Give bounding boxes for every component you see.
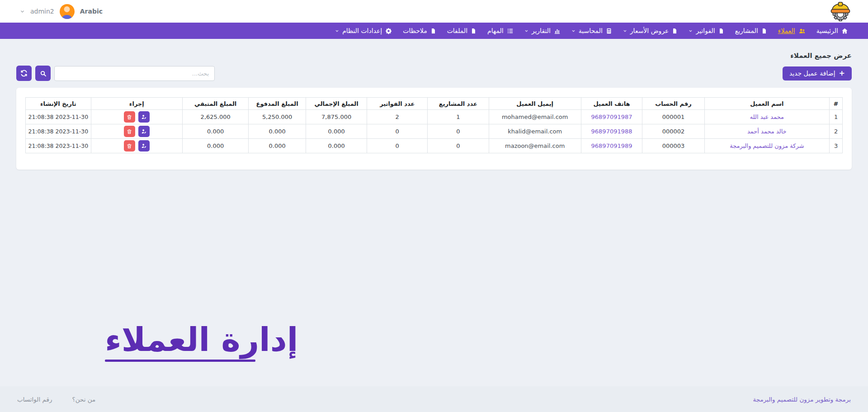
user-edit-icon: [141, 143, 147, 149]
chevron-down-icon[interactable]: [20, 9, 25, 14]
file-icon: [672, 28, 678, 34]
user-edit-icon: [141, 128, 147, 134]
delete-customer-button[interactable]: [124, 111, 135, 123]
search-button[interactable]: [35, 66, 51, 81]
app-logo-icon: [830, 1, 851, 21]
search-group: [16, 66, 215, 81]
gear-icon: [385, 28, 392, 34]
top-header: Arabic admin2: [0, 0, 868, 23]
user-cluster: Arabic admin2: [20, 4, 103, 19]
email-value: mazoon@email.com: [489, 139, 581, 153]
nav-label: إعدادات النظام: [342, 27, 382, 34]
calculator-icon: [606, 28, 612, 34]
col-projects-count: عدد المشاريع: [428, 98, 489, 110]
customer-name-link[interactable]: محمد عبد الله: [704, 110, 829, 124]
footer-whatsapp-link[interactable]: رقم الواتساب: [17, 396, 52, 403]
account-number: 000003: [642, 139, 704, 153]
page-footer: برمجة وتطوير مزون للتصميم والبرمجة من نح…: [0, 386, 868, 412]
chevron-down-icon: [623, 29, 627, 33]
brand-watermark-text: إدارة العملاء: [105, 322, 298, 358]
col-action: إجراء: [91, 98, 182, 110]
nav-item-projects[interactable]: المشاريع: [731, 23, 772, 39]
row-index: 3: [830, 139, 843, 153]
row-index: 2: [830, 124, 843, 139]
controls-row: + إضافة عميل جديد: [16, 66, 852, 81]
refresh-button[interactable]: [16, 66, 32, 81]
nav-label: عروض الأسعار: [630, 27, 669, 34]
username-label[interactable]: admin2: [30, 8, 54, 15]
delete-customer-button[interactable]: [124, 126, 135, 137]
trash-icon: [127, 129, 132, 134]
nav-item-notes[interactable]: ملاحظات: [398, 23, 440, 39]
nav-item-home[interactable]: الرئيسية: [812, 23, 853, 39]
edit-customer-button[interactable]: [138, 111, 150, 123]
phone-link[interactable]: 96897091987: [581, 110, 642, 124]
projects-count: 0: [428, 124, 489, 139]
search-input[interactable]: [54, 66, 215, 81]
col-account-number: رقم الحساب: [642, 98, 704, 110]
edit-customer-button[interactable]: [138, 126, 150, 137]
main-content: عرض جميع العملاء + إضافة عميل جديد: [0, 52, 868, 170]
file-icon: [761, 28, 767, 34]
chart-icon: [554, 28, 561, 34]
nav-item-customers[interactable]: العملاء: [774, 23, 810, 39]
col-index: #: [830, 98, 843, 110]
action-cell: [91, 124, 182, 139]
brand-watermark-underline: [105, 360, 255, 362]
add-customer-button[interactable]: + إضافة عميل جديد: [783, 66, 852, 81]
customers-table: # اسم العميل رقم الحساب هاتف العميل إيمي…: [25, 97, 843, 153]
trash-icon: [127, 114, 132, 120]
nav-item-quotes[interactable]: عروض الأسعار: [618, 23, 683, 39]
paid-amount: 0.000: [249, 124, 306, 139]
footer-credit-link[interactable]: برمجة وتطوير مزون للتصميم والبرمجة: [753, 396, 851, 403]
nav-item-tasks[interactable]: المهام: [483, 23, 518, 39]
avatar-head: [64, 6, 70, 12]
chevron-down-icon: [335, 29, 339, 33]
created-date: 21:08:38 2023-11-30: [26, 110, 91, 124]
main-navbar: الرئيسية العملاء المشاريع الفواتير عروض …: [0, 23, 868, 39]
delete-customer-button[interactable]: [124, 140, 135, 152]
nav-item-settings[interactable]: إعدادات النظام: [330, 23, 396, 39]
email-value: mohamed@email.com: [489, 110, 581, 124]
action-cell: [91, 139, 182, 153]
nav-item-invoices[interactable]: الفواتير: [684, 23, 728, 39]
nav-label: الفواتير: [696, 27, 715, 34]
app-root: { "header": { "username": "admin2", "lan…: [0, 0, 868, 412]
language-selector[interactable]: Arabic: [80, 8, 103, 15]
row-index: 1: [830, 110, 843, 124]
nav-item-accounting[interactable]: المحاسبة: [567, 23, 617, 39]
customers-table-card: # اسم العميل رقم الحساب هاتف العميل إيمي…: [16, 88, 852, 170]
tasks-icon: [507, 28, 514, 34]
phone-link[interactable]: 96897091988: [581, 124, 642, 139]
created-date: 21:08:38 2023-11-30: [26, 124, 91, 139]
remaining-amount: 0.000: [183, 139, 249, 153]
edit-customer-button[interactable]: [138, 140, 150, 152]
home-icon: [841, 28, 848, 34]
remaining-amount: 0.000: [183, 124, 249, 139]
created-date: 21:08:38 2023-11-30: [26, 139, 91, 153]
remaining-amount: 2,625.000: [183, 110, 249, 124]
customer-name-link[interactable]: شركة مزون للتصميم والبرمجة: [704, 139, 829, 153]
plus-icon: +: [839, 70, 845, 77]
col-total-amount: المبلغ الإجمالي: [306, 98, 367, 110]
user-avatar[interactable]: [60, 4, 75, 19]
footer-about-link[interactable]: من نحن؟: [72, 396, 95, 403]
customer-name-link[interactable]: خالد محمد أحمد: [704, 124, 829, 139]
email-value: khalid@email.com: [489, 124, 581, 139]
nav-label: ملاحظات: [403, 27, 427, 34]
search-icon: [40, 70, 47, 77]
projects-count: 0: [428, 139, 489, 153]
phone-link[interactable]: 96897091989: [581, 139, 642, 153]
nav-label: المشاريع: [735, 27, 758, 34]
nav-item-reports[interactable]: التقارير: [520, 23, 565, 39]
refresh-icon: [20, 70, 28, 77]
nav-item-files[interactable]: الملفات: [443, 23, 481, 39]
total-amount: 0.000: [306, 124, 367, 139]
paid-amount: 0.000: [249, 139, 306, 153]
projects-count: 1: [428, 110, 489, 124]
trash-icon: [127, 143, 132, 149]
table-row: 3 شركة مزون للتصميم والبرمجة 000003 9689…: [26, 139, 843, 153]
total-amount: 7,875.000: [306, 110, 367, 124]
col-remaining-amount: المبلغ المتبقي: [183, 98, 249, 110]
invoices-count: 0: [367, 139, 428, 153]
